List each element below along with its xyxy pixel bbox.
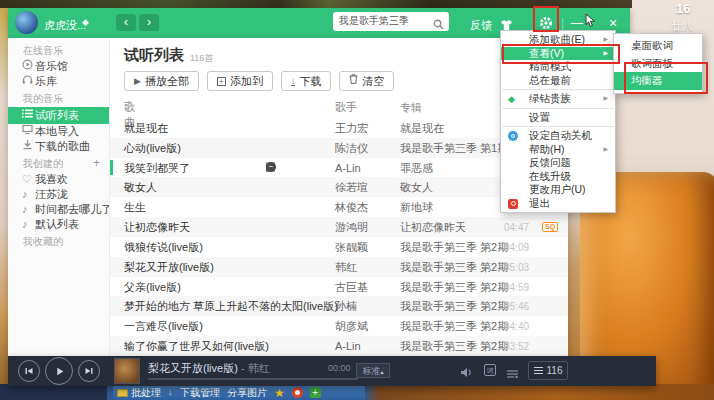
search-box[interactable]	[333, 12, 449, 31]
menu-item-switch-user[interactable]: 更改用户(U)	[501, 183, 615, 197]
now-playing-title[interactable]: 梨花又开放(live版) - 韩红	[148, 361, 270, 376]
nav-back-button[interactable]: ‹	[116, 14, 136, 31]
close-button[interactable]: ×	[609, 15, 617, 31]
table-row[interactable]: 一言难尽(live版) 胡彦斌 我是歌手第三季 第2期 04:40	[110, 316, 568, 336]
avatar[interactable]	[15, 11, 38, 34]
batch-icon	[117, 389, 128, 397]
next-button[interactable]	[78, 360, 100, 382]
annotation-box-equalizer	[624, 62, 708, 94]
submenu-arrow-icon: ▶	[603, 92, 608, 106]
download-manager-icon: ↓	[168, 388, 177, 397]
download-manager-button[interactable]: ↓ 下载管理	[168, 386, 220, 400]
play-all-button[interactable]: ▶ 播放全部	[124, 71, 199, 91]
desktop-strip-left	[0, 8, 8, 400]
volume-icon[interactable]	[460, 364, 473, 382]
menu-item-online-update[interactable]: 在线升级	[501, 170, 615, 184]
table-row[interactable]: 父亲(live版) 古巨基 我是歌手第三季 第2期 04:59	[110, 277, 568, 297]
column-album[interactable]: 专辑	[400, 100, 422, 115]
desktop-date-day: 16	[676, 1, 690, 16]
sidebar-item-local-import[interactable]: 本地导入	[8, 124, 109, 139]
playback-time: 00:00	[328, 363, 351, 373]
playlist-toggle[interactable]: 116	[528, 361, 568, 380]
nav-forward-button[interactable]: ›	[139, 14, 159, 31]
sidebar-section-collected: 我收藏的	[8, 232, 109, 250]
sidebar-item-playlist-1[interactable]: ♪汪苏泷	[8, 187, 109, 202]
menu-item-always-on-top[interactable]: 总在最前	[501, 74, 615, 88]
trash-icon	[349, 72, 358, 90]
headphones-icon	[22, 74, 35, 89]
now-playing-artist: 韩红	[248, 362, 270, 374]
sidebar-item-playlist-2[interactable]: ♪时间都去哪儿了	[8, 202, 109, 217]
green-diamond-icon: ◆	[508, 94, 515, 104]
content-toolbar: ▶ 播放全部 + 添加到 ↓ 下载 清空	[124, 71, 394, 91]
menu-item-settings[interactable]: 设置	[501, 111, 615, 125]
mouse-cursor	[585, 13, 596, 32]
play-button[interactable]	[45, 357, 73, 385]
progress-bar[interactable]	[148, 378, 358, 380]
batch-process-button[interactable]: 批处理	[117, 386, 161, 400]
search-input[interactable]	[339, 13, 427, 29]
table-row[interactable]: 梦开始的地方 草原上升起不落的太阳(live版) 孙楠 我是歌手第三季 第2期 …	[110, 296, 568, 316]
table-row[interactable]: 输了你赢了世界又如何(live版) A-Lin 我是歌手第三季 第2期 03:5…	[110, 336, 568, 356]
music-note-icon: ♪	[22, 187, 35, 202]
weibo-icon[interactable]	[292, 387, 303, 398]
menu-item-auto-shutdown[interactable]: 设定自动关机	[501, 129, 615, 143]
download-button[interactable]: ↓ 下载	[281, 71, 332, 91]
menu-item-feedback[interactable]: 反馈问题	[501, 156, 615, 170]
menu-separator	[502, 108, 614, 109]
search-icon[interactable]	[433, 16, 444, 34]
sidebar-item-favorites[interactable]: ♡我喜欢	[8, 172, 109, 187]
submenu-item-desktop-lyrics[interactable]: 桌面歌词	[614, 37, 702, 55]
username[interactable]: 虎虎没...	[44, 18, 86, 33]
play-mode-icon[interactable]	[506, 365, 519, 383]
sidebar-item-downloaded[interactable]: 下载的歌曲	[8, 139, 109, 154]
sidebar-item-music-hall[interactable]: 音乐馆	[8, 59, 109, 74]
sidebar-section-my-music: 我的音乐	[8, 89, 109, 107]
column-singer[interactable]: 歌手	[335, 100, 357, 115]
menu-separator	[502, 126, 614, 127]
titlebar-separator: |	[561, 16, 564, 30]
previous-button[interactable]	[18, 360, 40, 382]
feedback-link[interactable]: 反馈	[470, 18, 492, 33]
photo-tool-toolbar: 批处理 ↓ 下载管理 分享图片 ★ +	[113, 385, 365, 400]
minimize-button[interactable]: —	[571, 16, 583, 30]
add-to-button[interactable]: + 添加到	[207, 71, 273, 91]
album-art[interactable]	[114, 358, 140, 384]
music-note-icon: ♪	[22, 202, 35, 217]
menu-item-green-diamond[interactable]: ◆绿钻贵族▶	[501, 92, 615, 106]
menu-separator	[502, 89, 614, 90]
row-delete-icon[interactable]: −	[266, 163, 276, 173]
clear-button[interactable]: 清空	[339, 71, 394, 91]
song-count: 116首	[190, 52, 213, 65]
download-icon	[22, 139, 35, 154]
playlist-count: 116	[547, 365, 563, 376]
player-bar: 梨花又开放(live版) - 韩红 00:00 标准▴ 词 116	[8, 356, 656, 386]
add-to-icon: +	[217, 77, 226, 86]
menu-item-help[interactable]: 帮助(H)▶	[501, 143, 615, 157]
heart-icon: ♡	[22, 172, 35, 187]
sidebar-section-online: 在线音乐	[8, 41, 109, 59]
table-row[interactable]: 饿狼传说(live版) 张靓颖 我是歌手第三季 第2期 04:09	[110, 237, 568, 257]
sidebar-item-library[interactable]: 乐库	[8, 74, 109, 89]
vip-diamond-icon: ◆	[82, 17, 89, 27]
sidebar: 在线音乐 音乐馆 乐库 我的音乐 试听列表 本地导入	[8, 38, 110, 356]
exit-icon	[508, 199, 518, 209]
table-row[interactable]: 梨花又开放(live版) 韩红 我是歌手第三季 第2期 05:03	[110, 257, 568, 277]
lyrics-icon[interactable]: 词	[484, 364, 496, 376]
add-icon[interactable]: +	[310, 387, 321, 398]
desktop-date-lunar: 廿八	[671, 19, 693, 34]
annotation-box-gear	[533, 6, 559, 32]
music-hall-icon	[22, 59, 35, 74]
auto-shutdown-icon	[508, 131, 518, 141]
quality-selector[interactable]: 标准▴	[356, 363, 390, 378]
sidebar-item-listen-list[interactable]: 试听列表	[8, 107, 109, 124]
monitor-icon	[22, 124, 35, 139]
favorite-star-icon[interactable]: ★	[274, 387, 285, 399]
sidebar-item-playlist-3[interactable]: ♪默认列表	[8, 217, 109, 232]
annotation-box-view	[502, 44, 620, 64]
table-row[interactable]: 让初恋像昨天 游鸿明 让初恋像昨天 04:47 SQ	[110, 217, 568, 237]
music-note-icon: ♪	[22, 217, 35, 232]
add-playlist-button[interactable]: +	[93, 157, 100, 169]
share-image-button[interactable]: 分享图片	[227, 386, 267, 400]
menu-item-exit[interactable]: 退出	[501, 197, 615, 211]
